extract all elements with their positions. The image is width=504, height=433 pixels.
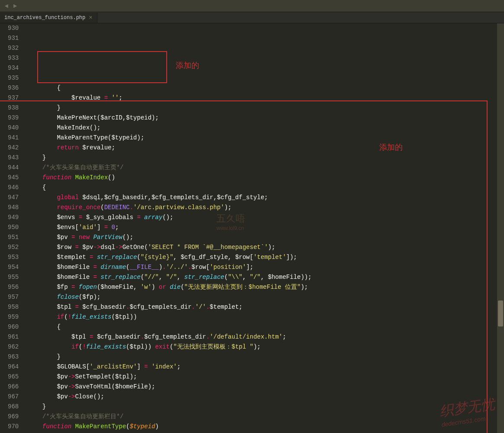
line-number: 948 [8, 203, 19, 213]
tab-file[interactable]: inc_archives_functions.php × [0, 13, 97, 23]
line-number: 956 [8, 282, 19, 292]
line-number: 967 [8, 392, 19, 402]
code-line[interactable]: if(!file_exists($tpl)) [28, 312, 504, 322]
line-number: 943 [8, 153, 19, 163]
line-number: 949 [8, 213, 19, 223]
code-line[interactable]: $GLOBALS['_arclistEnv'] = 'index'; [28, 362, 504, 372]
code-line[interactable]: { [28, 183, 504, 193]
tab-bar: inc_archives_functions.php × [0, 12, 504, 23]
code-line[interactable]: require_once(DEDEINC.'/arc.partview.clas… [28, 203, 504, 213]
line-number: 950 [8, 223, 19, 233]
line-number: 934 [8, 63, 19, 73]
line-number: 952 [8, 242, 19, 252]
highlight-label-2: 添加的 [379, 142, 403, 152]
line-number: 945 [8, 173, 19, 183]
code-line[interactable]: $revalue = ''; [28, 93, 504, 103]
code-line[interactable]: } [28, 103, 504, 113]
code-line[interactable]: $row = $pv->dsql->GetOne('SELECT * FROM … [28, 242, 504, 252]
line-number: 930 [8, 23, 19, 33]
code-line[interactable]: } [28, 402, 504, 412]
line-number: 946 [8, 183, 19, 193]
code-line[interactable]: fclose($fp); [28, 292, 504, 302]
line-number: 966 [8, 382, 19, 392]
scroll-thumb[interactable] [498, 301, 503, 326]
line-gutter: 9309319329339349359369379389399409419429… [0, 23, 24, 433]
code-line[interactable]: global $dsql,$cfg_basedir,$cfg_templets_… [28, 193, 504, 203]
code-line[interactable]: $envs['aid'] = 0; [28, 223, 504, 233]
line-number: 944 [8, 163, 19, 173]
code-line[interactable]: MakeParentType($typeid); [28, 133, 504, 143]
code-line[interactable]: $pv->SaveToHtml($homeFile); [28, 382, 504, 392]
code-line[interactable]: $homeFile = dirname(__FILE__).'/../'.$ro… [28, 262, 504, 272]
nav-forward-icon[interactable]: ► [11, 2, 19, 10]
code-line[interactable]: MakePreNext($arcID,$typeid); [28, 113, 504, 123]
highlight-label-1: 添加的 [176, 61, 199, 71]
highlight-box-1 [37, 51, 167, 83]
line-number: 937 [8, 93, 19, 103]
line-number: 960 [8, 322, 19, 332]
line-number: 959 [8, 312, 19, 322]
code-line[interactable]: function MakeParentType($typeid) [28, 422, 504, 432]
code-line[interactable]: MakeIndex(); [28, 123, 504, 133]
line-number: 969 [8, 412, 19, 422]
line-number: 935 [8, 73, 19, 83]
toolbar: ◄ ► [0, 0, 504, 12]
code-line[interactable]: if(!file_exists($tpl)) exit("无法找到主页模板：$t… [28, 342, 504, 352]
line-number: 961 [8, 332, 19, 342]
code-line[interactable]: { [28, 83, 504, 93]
code-line[interactable]: $pv->Close(); [28, 392, 504, 402]
line-number: 933 [8, 53, 19, 63]
code-line[interactable]: function MakeIndex() [28, 173, 504, 183]
code-line[interactable]: $tpl = $cfg_basedir.$cfg_templets_dir.'/… [28, 332, 504, 342]
line-number: 953 [8, 252, 19, 262]
code-line[interactable]: } [28, 352, 504, 362]
line-number: 963 [8, 352, 19, 362]
line-number: 962 [8, 342, 19, 352]
code-line[interactable]: $pv = new PartView(); [28, 233, 504, 242]
code-line[interactable]: { [28, 322, 504, 332]
line-number: 942 [8, 143, 19, 153]
line-number: 955 [8, 272, 19, 282]
editor: 9309319329339349359369379389399409419429… [0, 23, 504, 433]
line-number: 954 [8, 262, 19, 272]
line-number: 970 [8, 422, 19, 432]
line-number: 958 [8, 302, 19, 312]
code-line[interactable]: /*火车头采集自动更新栏目*/ [28, 412, 504, 422]
line-number: 940 [8, 123, 19, 133]
line-number: 957 [8, 292, 19, 302]
line-number: 965 [8, 372, 19, 382]
code-line[interactable]: } [28, 153, 504, 163]
line-number: 931 [8, 33, 19, 43]
close-icon[interactable]: × [89, 14, 92, 21]
code-line[interactable]: $envs = $_sys_globals = array(); [28, 213, 504, 223]
code-line[interactable]: $homeFile = str_replace("//", "/", str_r… [28, 272, 504, 282]
code-line[interactable]: $templet = str_replace("{style}", $cfg_d… [28, 252, 504, 262]
line-number: 936 [8, 83, 19, 93]
line-number: 941 [8, 133, 19, 143]
line-number: 939 [8, 113, 19, 123]
line-number: 951 [8, 233, 19, 242]
vertical-scrollbar[interactable] [497, 23, 504, 433]
code-area[interactable]: 添加的 添加的 { $revalue = ''; } MakePreNext($… [24, 23, 504, 433]
line-number: 938 [8, 103, 19, 113]
code-line[interactable]: $tpl = $cfg_basedir.$cfg_templets_dir.'/… [28, 302, 504, 312]
code-line[interactable]: $fp = fopen($homeFile, 'w') or die("无法更新… [28, 282, 504, 292]
code-line[interactable]: return $revalue; [28, 143, 504, 153]
line-number: 968 [8, 402, 19, 412]
nav-back-icon[interactable]: ◄ [3, 2, 10, 10]
line-number: 947 [8, 193, 19, 203]
code-line[interactable]: /*火车头采集自动更新主页*/ [28, 163, 504, 173]
line-number: 932 [8, 43, 19, 53]
tab-filename: inc_archives_functions.php [4, 15, 85, 21]
line-number: 964 [8, 362, 19, 372]
code-line[interactable]: $pv->SetTemplet($tpl); [28, 372, 504, 382]
